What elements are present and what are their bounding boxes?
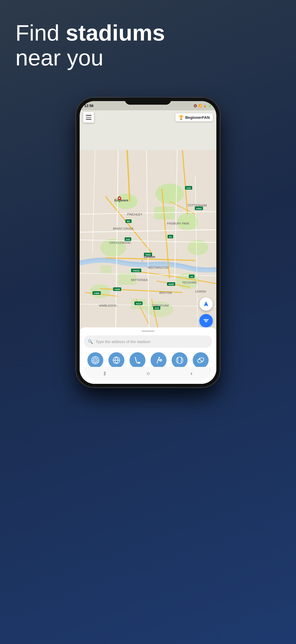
svg-text:BATTERSEA: BATTERSEA (131, 278, 148, 281)
phone-body: M1 A10 A503 A1 A41 A501 (76, 97, 220, 387)
recent-apps-button[interactable]: ⦀ (104, 370, 106, 377)
bottom-sheet-handle (142, 330, 154, 332)
svg-text:A41: A41 (126, 238, 130, 241)
search-placeholder-text: Type the address of the stadium (96, 339, 150, 344)
app-bar: 🏆 BeginnerFAN (80, 110, 216, 124)
svg-text:WESTMINSTER: WESTMINSTER (148, 266, 169, 269)
svg-text:A214: A214 (136, 302, 141, 305)
svg-text:A3212: A3212 (133, 269, 140, 272)
hockey-sport-button[interactable] (130, 352, 145, 368)
svg-text:FINCHLEY: FINCHLEY (127, 213, 142, 216)
home-button[interactable]: ○ (146, 370, 150, 377)
soccer-sport-button[interactable] (87, 352, 103, 368)
signal-icon: 📶 (198, 104, 202, 108)
soccer-icon (91, 356, 100, 365)
svg-text:M1: M1 (127, 220, 130, 223)
svg-point-2 (155, 183, 184, 204)
svg-text:BRIXTON: BRIXTON (159, 291, 172, 294)
status-time: 12:56 (84, 104, 94, 108)
map-area: M1 A10 A503 A1 A41 A501 (80, 101, 216, 384)
phone-navigation-bar: ⦀ ○ ‹ (83, 367, 213, 380)
hockey-icon (133, 356, 142, 365)
status-icons: 🔇 📶 🔒 🔋 (193, 104, 212, 108)
sport-icons-row (84, 352, 212, 368)
svg-text:A10: A10 (187, 187, 191, 189)
search-bar[interactable]: 🔍 Type the address of the stadium (84, 335, 212, 348)
svg-rect-12 (100, 266, 112, 273)
app-title-text: BeginnerFAN (185, 115, 210, 120)
handball-sport-button[interactable] (151, 352, 166, 368)
search-icon: 🔍 (88, 339, 93, 344)
back-button[interactable]: ‹ (191, 370, 192, 377)
svg-text:Edgware: Edgware (114, 198, 128, 202)
filter-icon (203, 317, 209, 324)
svg-text:A1: A1 (169, 236, 172, 238)
basketball-icon (112, 356, 121, 365)
basketball-sport-button[interactable] (108, 352, 124, 368)
svg-text:BRENT CROSS: BRENT CROSS (113, 227, 133, 230)
mute-icon: 🔇 (193, 104, 197, 108)
svg-point-91 (176, 357, 183, 364)
svg-point-8 (90, 284, 110, 298)
svg-text:A202: A202 (168, 283, 174, 286)
laurel-icon: 🏆 (179, 115, 184, 120)
svg-text:A306: A306 (94, 292, 99, 295)
filter-fab-button[interactable] (199, 314, 213, 327)
headline-text: Find stadiums near you (15, 20, 165, 70)
hamburger-line-2 (86, 117, 91, 118)
svg-text:CRICKLEWOOD: CRICKLEWOOD (109, 241, 131, 244)
location-fab-button[interactable] (199, 297, 213, 311)
hamburger-line-1 (86, 115, 91, 116)
phone-screen: M1 A10 A503 A1 A41 A501 (80, 101, 216, 384)
phone-mockup: M1 A10 A503 A1 A41 A501 (76, 97, 220, 387)
svg-text:FINSBURY PARK: FINSBURY PARK (167, 222, 190, 225)
american-football-icon (196, 356, 205, 365)
lock-icon: 🔒 (203, 104, 207, 108)
svg-point-89 (159, 357, 160, 358)
svg-text:PECKHAM: PECKHAM (182, 281, 196, 284)
hamburger-line-3 (86, 119, 91, 120)
svg-text:LEWISH: LEWISH (195, 290, 206, 293)
svg-text:⊙: ⊙ (141, 260, 143, 262)
svg-text:TOTTENHAM: TOTTENHAM (188, 204, 207, 207)
baseball-icon (175, 356, 184, 365)
hamburger-button[interactable] (83, 112, 94, 123)
american-football-sport-button[interactable] (193, 352, 209, 368)
svg-text:WIMBLEDON: WIMBLEDON (99, 304, 116, 307)
svg-text:A205: A205 (114, 288, 120, 291)
svg-text:STREATHAM: STREATHAM (152, 304, 169, 307)
app-title-area: 🏆 BeginnerFAN (175, 113, 213, 121)
svg-point-79 (119, 198, 120, 199)
battery-icon: 🔋 (208, 104, 212, 108)
svg-text:A503: A503 (196, 207, 202, 210)
svg-text:A2: A2 (190, 275, 193, 278)
phone-notch (125, 97, 171, 105)
handball-icon (154, 356, 163, 365)
svg-text:A23: A23 (155, 307, 159, 309)
svg-text:London: London (144, 255, 155, 259)
baseball-sport-button[interactable] (172, 352, 188, 368)
location-arrow-icon (203, 301, 209, 307)
headline: Find stadiums near you (15, 21, 281, 70)
